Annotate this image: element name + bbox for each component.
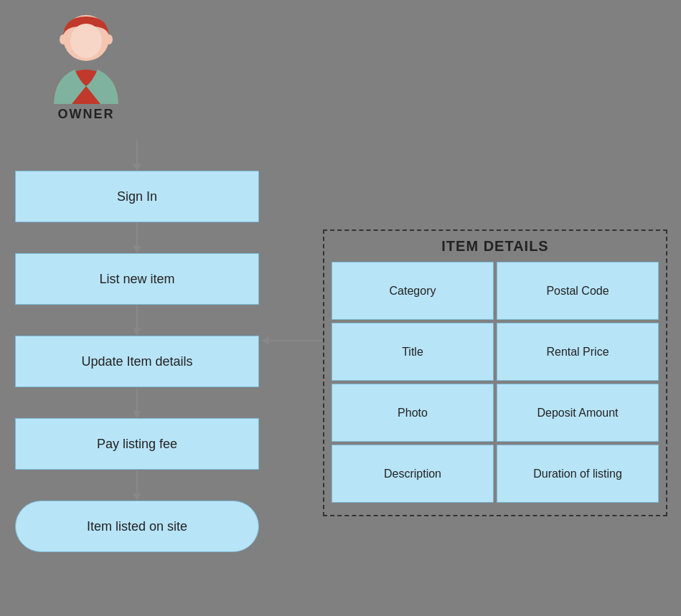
detail-cell-postal-code: Postal Code bbox=[497, 262, 659, 320]
item-details-container: ITEM DETAILS Category Postal Code Title … bbox=[323, 229, 667, 516]
arrowhead-update-pay bbox=[133, 411, 141, 418]
svg-point-2 bbox=[60, 34, 67, 44]
detail-cell-title: Title bbox=[332, 323, 494, 381]
svg-point-3 bbox=[105, 34, 113, 44]
svg-marker-5 bbox=[262, 336, 269, 345]
owner-label: OWNER bbox=[58, 107, 115, 122]
svg-point-1 bbox=[70, 24, 102, 58]
arrowhead-owner-signin bbox=[133, 164, 141, 171]
item-listed-on-site-label: Item listed on site bbox=[87, 519, 187, 534]
item-details-title: ITEM DETAILS bbox=[332, 238, 659, 255]
diagram-container: OWNER Sign In List new item Update Item … bbox=[0, 0, 681, 616]
detail-cell-description: Description bbox=[332, 445, 494, 503]
pay-listing-fee-label: Pay listing fee bbox=[97, 437, 177, 452]
item-details-grid: Category Postal Code Title Rental Price … bbox=[332, 262, 659, 503]
detail-cell-category: Category bbox=[332, 262, 494, 320]
detail-cell-rental-price: Rental Price bbox=[497, 323, 659, 381]
owner-person-icon bbox=[43, 11, 129, 104]
horizontal-arrow-svg bbox=[255, 330, 327, 351]
list-new-item-label: List new item bbox=[99, 272, 174, 287]
signin-label: Sign In bbox=[117, 189, 157, 204]
signin-box: Sign In bbox=[15, 171, 259, 222]
arrowhead-signin-list bbox=[133, 246, 141, 253]
detail-cell-deposit-amount: Deposit Amount bbox=[497, 384, 659, 442]
owner-section: OWNER bbox=[43, 11, 129, 122]
detail-cell-photo: Photo bbox=[332, 384, 494, 442]
list-new-item-box: List new item bbox=[15, 253, 259, 305]
pay-listing-fee-box: Pay listing fee bbox=[15, 418, 259, 470]
update-item-details-label: Update Item details bbox=[81, 354, 192, 369]
item-listed-on-site-box: Item listed on site bbox=[15, 501, 259, 552]
update-item-details-box: Update Item details bbox=[15, 336, 259, 387]
detail-cell-duration-of-listing: Duration of listing bbox=[497, 445, 659, 503]
arrowhead-list-update bbox=[133, 328, 141, 336]
arrowhead-pay-listed bbox=[133, 493, 141, 501]
